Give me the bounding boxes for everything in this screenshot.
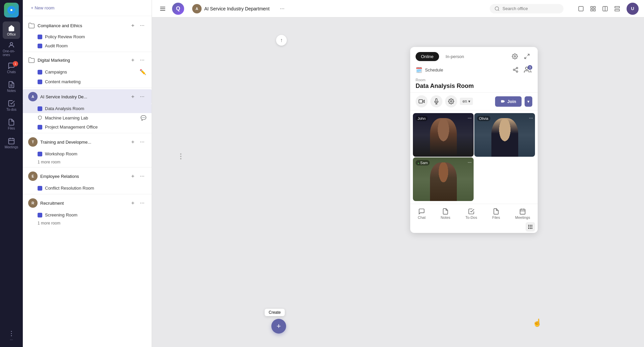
dept-actions: ···: [129, 56, 146, 64]
add-room-button[interactable]: [129, 56, 137, 64]
dept-avatar-ai-service: A: [28, 92, 38, 101]
room-color-dot: [38, 152, 42, 156]
dept-more-button[interactable]: ···: [138, 199, 146, 207]
nav-item-more[interactable]: ···: [3, 327, 20, 344]
app-logo[interactable]: [4, 3, 19, 17]
tab-online[interactable]: Online: [416, 52, 439, 61]
add-room-button[interactable]: [129, 21, 137, 30]
svg-point-9: [11, 331, 12, 332]
dept-header-compliance[interactable]: Compliance and Ethics ···: [23, 19, 152, 32]
sidebar-content: Compliance and Ethics ··· Policy Review …: [23, 16, 152, 347]
dept-more-button[interactable]: ···: [138, 93, 146, 101]
dept-name-training: Training and Developme...: [40, 140, 126, 145]
room-item-content-marketing[interactable]: Content marketing: [23, 77, 152, 86]
room-color-dot: [38, 35, 42, 39]
tab-notes[interactable]: Notes: [437, 207, 454, 221]
apps-grid-button[interactable]: [526, 222, 535, 232]
room-item-audit[interactable]: Audit Room: [23, 41, 152, 50]
svg-point-60: [528, 228, 529, 229]
dept-actions: ···: [129, 93, 146, 101]
dept-group-compliance: Compliance and Ethics ··· Policy Review …: [23, 19, 152, 50]
tab-inperson[interactable]: In-person: [440, 52, 470, 61]
person-olivia: [491, 118, 518, 157]
nav-item-todos[interactable]: To-dos: [3, 97, 20, 114]
view-grid-button[interactable]: [588, 3, 598, 14]
dept-header-employee-relations[interactable]: E Employee Relations ···: [23, 169, 152, 184]
room-color-dot: [38, 213, 42, 217]
camera-button[interactable]: [416, 95, 428, 107]
video-options-john[interactable]: ···: [468, 115, 472, 120]
join-dropdown-button[interactable]: ▾: [525, 96, 532, 107]
room-item-workshop[interactable]: Workshop Room: [23, 149, 152, 158]
nav-item-notes[interactable]: Notes: [3, 78, 20, 95]
room-item-screening[interactable]: Screening Room: [23, 210, 152, 219]
room-item-machine-learning[interactable]: Machine Learning Lab 💬: [23, 113, 152, 122]
dept-tab-ai-service[interactable]: A AI Service Industry Department: [188, 2, 274, 15]
dept-header-recruitment[interactable]: R Recruitment ···: [23, 196, 152, 210]
dept-more-button[interactable]: ···: [138, 138, 146, 146]
card-schedule: 🗓️ Schedule 3: [410, 62, 538, 77]
dept-more-button[interactable]: ···: [138, 172, 146, 180]
participant-name-john: John: [416, 116, 428, 121]
card-settings-button[interactable]: [509, 51, 520, 62]
dept-name-digital-marketing: Digital Marketing: [38, 58, 126, 63]
more-rooms-recruitment[interactable]: 1 more room: [23, 219, 152, 227]
dept-more-button[interactable]: ···: [138, 56, 146, 64]
dept-tab-more-button[interactable]: ···: [278, 4, 287, 13]
tab-files[interactable]: Files: [488, 207, 504, 221]
dept-header-digital-marketing[interactable]: Digital Marketing ···: [23, 53, 152, 67]
nav-item-meetings[interactable]: Meetings: [3, 134, 20, 152]
settings-button[interactable]: [445, 95, 457, 107]
room-color-dot: [38, 186, 42, 191]
join-button[interactable]: Join: [495, 96, 522, 107]
more-rooms-training[interactable]: 1 more room: [23, 158, 152, 166]
mic-button[interactable]: [430, 95, 442, 107]
dept-actions: ···: [129, 138, 146, 146]
nav-item-office[interactable]: Office: [3, 21, 20, 39]
svg-point-56: [531, 225, 532, 226]
new-room-button[interactable]: + New room: [28, 4, 57, 12]
room-item-policy-review[interactable]: Policy Review Room: [23, 32, 152, 41]
svg-rect-32: [591, 9, 592, 11]
share-button[interactable]: [511, 65, 520, 75]
tab-todos[interactable]: To-Dos: [462, 207, 481, 221]
tab-meetings[interactable]: Meetings: [511, 207, 534, 221]
video-cell-olivia: Olivia ···: [474, 113, 535, 157]
dept-header-ai-service[interactable]: A AI Service Industry De... ···: [23, 89, 152, 104]
search-input[interactable]: [502, 6, 556, 11]
fab-create-button[interactable]: +: [271, 319, 286, 334]
add-room-button[interactable]: [129, 172, 137, 180]
room-item-data-analysis[interactable]: Data Analysis Room: [23, 104, 152, 113]
room-item-conflict-resolution[interactable]: Conflict Resolution Room: [23, 184, 152, 193]
dept-header-training[interactable]: T Training and Developme... ···: [23, 135, 152, 149]
view-single-button[interactable]: [576, 3, 586, 14]
svg-rect-36: [615, 6, 620, 8]
dept-name-compliance: Compliance and Ethics: [38, 23, 126, 28]
room-item-project-mgmt[interactable]: Project Management Office: [23, 122, 152, 132]
card-tabs: Online In-person: [410, 47, 538, 62]
dept-group-ai-service: A AI Service Industry De... ··· Data Ana…: [23, 89, 152, 132]
card-expand-button[interactable]: [522, 51, 532, 62]
add-room-button[interactable]: [129, 93, 137, 101]
tab-chat[interactable]: Chat: [414, 207, 430, 221]
view-columns-button[interactable]: [600, 3, 610, 14]
menu-button[interactable]: [157, 3, 168, 14]
user-avatar[interactable]: U: [627, 3, 639, 15]
person-john: [430, 118, 457, 157]
divider: [23, 194, 152, 194]
room-item-campaigns[interactable]: Campaigns ✏️: [23, 67, 152, 77]
nav-item-one-on-ones[interactable]: One-on-ones: [3, 40, 20, 58]
participants-button[interactable]: 3: [523, 65, 532, 75]
add-room-button[interactable]: [129, 199, 137, 207]
dept-more-button[interactable]: ···: [138, 21, 146, 30]
language-selector[interactable]: en ▾: [460, 98, 473, 105]
view-compact-button[interactable]: [612, 3, 623, 14]
participants-count: 3: [528, 65, 532, 70]
nav-item-files[interactable]: Files: [3, 115, 20, 133]
video-options-olivia[interactable]: ···: [529, 115, 533, 120]
scroll-up-button[interactable]: ↑: [276, 35, 287, 46]
add-room-button[interactable]: [129, 138, 137, 146]
video-options-sam[interactable]: ···: [468, 159, 472, 165]
nav-item-chats[interactable]: 1 Chats: [3, 59, 20, 77]
dept-tab-avatar: A: [192, 4, 202, 13]
